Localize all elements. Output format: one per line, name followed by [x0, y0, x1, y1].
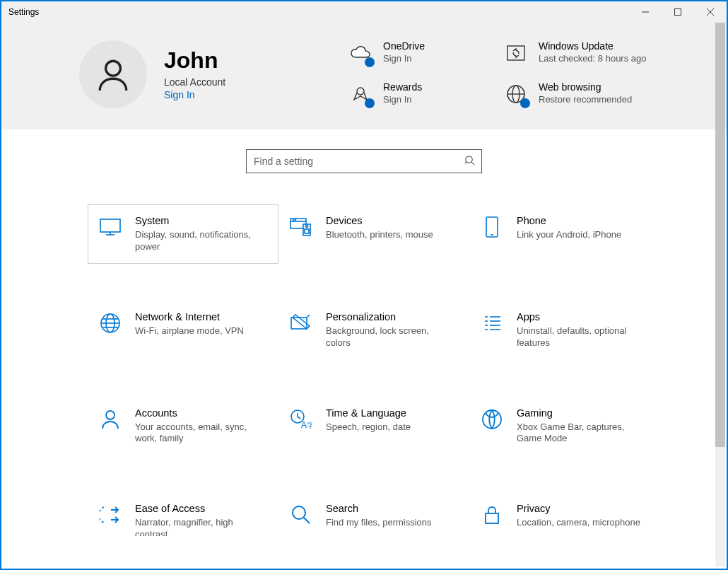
- svg-line-49: [304, 518, 310, 523]
- svg-rect-24: [486, 217, 498, 237]
- maximize-button[interactable]: [662, 1, 694, 23]
- tile-onedrive[interactable]: OneDrive Sign In: [348, 40, 503, 67]
- category-title: Search: [326, 503, 432, 514]
- svg-rect-1: [675, 9, 681, 16]
- tile-title: Web browsing: [539, 81, 632, 93]
- category-desc: Speech, region, date: [326, 421, 411, 434]
- category-apps[interactable]: Apps Uninstall, defaults, optional featu…: [469, 301, 660, 360]
- system-icon: [98, 215, 122, 239]
- profile-signin-link[interactable]: Sign In: [164, 89, 225, 100]
- privacy-icon: [480, 503, 504, 527]
- tile-windows-update[interactable]: Windows Update Last checked: 8 hours ago: [503, 40, 659, 67]
- tile-title: Windows Update: [539, 40, 647, 52]
- svg-text:字: 字: [307, 421, 312, 429]
- category-title: Gaming: [517, 407, 644, 419]
- category-desc: Location, camera, microphone: [517, 517, 640, 529]
- svg-line-44: [298, 417, 300, 419]
- search-input[interactable]: [246, 149, 482, 173]
- category-desc: Uninstall, defaults, optional features: [517, 325, 644, 349]
- tile-subtitle: Sign In: [383, 94, 422, 105]
- category-title: System: [135, 215, 262, 226]
- network-icon: [98, 311, 122, 335]
- rewards-icon: [348, 81, 373, 107]
- header: John Local Account Sign In OneDrive Sign…: [1, 23, 727, 129]
- category-desc: Wi-Fi, airplane mode, VPN: [135, 325, 244, 337]
- profile-account-type: Local Account: [164, 76, 225, 88]
- category-title: Personalization: [326, 311, 453, 322]
- phone-icon: [480, 215, 504, 239]
- svg-point-6: [357, 88, 364, 95]
- svg-rect-50: [486, 513, 498, 523]
- category-title: Privacy: [517, 503, 640, 514]
- close-button[interactable]: [694, 1, 727, 23]
- tile-web-browsing[interactable]: Web browsing Restore recommended: [503, 81, 659, 108]
- category-desc: Xbox Game Bar, captures, Game Mode: [517, 421, 644, 446]
- tile-title: OneDrive: [383, 40, 425, 52]
- category-desc: Find my files, permissions: [326, 517, 432, 529]
- category-title: Accounts: [135, 407, 262, 419]
- category-title: Time & Language: [326, 407, 411, 419]
- category-title: Network & Internet: [135, 311, 244, 322]
- accounts-icon: [98, 407, 122, 431]
- category-search[interactable]: Search Find my files, permissions: [278, 492, 469, 536]
- profile-block[interactable]: John Local Account Sign In: [79, 40, 348, 108]
- header-tiles: OneDrive Sign In Windows Update Last che…: [348, 40, 684, 108]
- category-gaming[interactable]: Gaming Xbox Game Bar, captures, Game Mod…: [469, 397, 660, 456]
- category-ease-of-access[interactable]: Ease of Access Narrator, magnifier, high…: [88, 492, 278, 536]
- category-desc: Bluetooth, printers, mouse: [326, 229, 433, 241]
- svg-text:A: A: [301, 420, 307, 430]
- category-system[interactable]: System Display, sound, notifications, po…: [88, 204, 278, 264]
- tile-rewards[interactable]: Rewards Sign In: [348, 81, 503, 108]
- search-category-icon: [289, 503, 313, 527]
- globe-icon: [503, 81, 529, 107]
- category-accounts[interactable]: Accounts Your accounts, email, sync, wor…: [88, 397, 278, 456]
- devices-icon: [289, 215, 313, 239]
- svg-line-13: [465, 162, 467, 164]
- search-icon: [464, 155, 475, 168]
- category-phone[interactable]: Phone Link your Android, iPhone: [469, 204, 660, 264]
- category-desc: Narrator, magnifier, high contrast: [135, 517, 262, 536]
- ease-of-access-icon: [98, 503, 122, 527]
- scrollbar-thumb[interactable]: [715, 23, 725, 447]
- gaming-icon: [480, 407, 504, 431]
- category-desc: Background, lock screen, colors: [326, 325, 453, 349]
- profile-info: John Local Account Sign In: [164, 48, 225, 100]
- svg-point-20: [295, 220, 296, 221]
- category-devices[interactable]: Devices Bluetooth, printers, mouse: [278, 204, 469, 264]
- window-controls: [629, 1, 727, 23]
- category-title: Devices: [326, 215, 433, 226]
- tile-subtitle: Restore recommended: [539, 94, 632, 105]
- svg-point-19: [293, 220, 294, 221]
- searchbar: [246, 149, 482, 173]
- category-network[interactable]: Network & Internet Wi-Fi, airplane mode,…: [88, 301, 278, 360]
- content: System Display, sound, notifications, po…: [1, 129, 727, 536]
- avatar: [79, 40, 147, 108]
- personalization-icon: [289, 311, 313, 335]
- time-language-icon: A字: [289, 407, 313, 431]
- category-desc: Your accounts, email, sync, work, family: [135, 421, 262, 446]
- minimize-button[interactable]: [629, 1, 662, 23]
- window-title: Settings: [8, 7, 39, 17]
- svg-point-47: [483, 410, 501, 429]
- category-title: Apps: [517, 311, 644, 322]
- category-title: Phone: [517, 215, 621, 226]
- svg-line-12: [471, 162, 474, 165]
- category-personalization[interactable]: Personalization Background, lock screen,…: [278, 301, 469, 360]
- category-time-language[interactable]: A字 Time & Language Speech, region, date: [278, 397, 469, 456]
- svg-rect-5: [507, 46, 524, 60]
- update-icon: [503, 40, 529, 66]
- tile-subtitle: Sign In: [383, 53, 425, 64]
- categories-grid: System Display, sound, notifications, po…: [88, 204, 660, 536]
- vertical-scrollbar[interactable]: [715, 23, 725, 567]
- category-desc: Link your Android, iPhone: [517, 229, 621, 241]
- titlebar: Settings: [1, 1, 727, 23]
- svg-point-48: [293, 506, 305, 519]
- category-privacy[interactable]: Privacy Location, camera, microphone: [469, 492, 660, 536]
- category-title: Ease of Access: [135, 503, 262, 514]
- svg-point-4: [106, 61, 121, 76]
- tile-title: Rewards: [383, 81, 422, 93]
- svg-line-32: [307, 315, 310, 318]
- apps-icon: [480, 311, 504, 335]
- category-desc: Display, sound, notifications, power: [135, 229, 262, 253]
- onedrive-icon: [348, 40, 373, 66]
